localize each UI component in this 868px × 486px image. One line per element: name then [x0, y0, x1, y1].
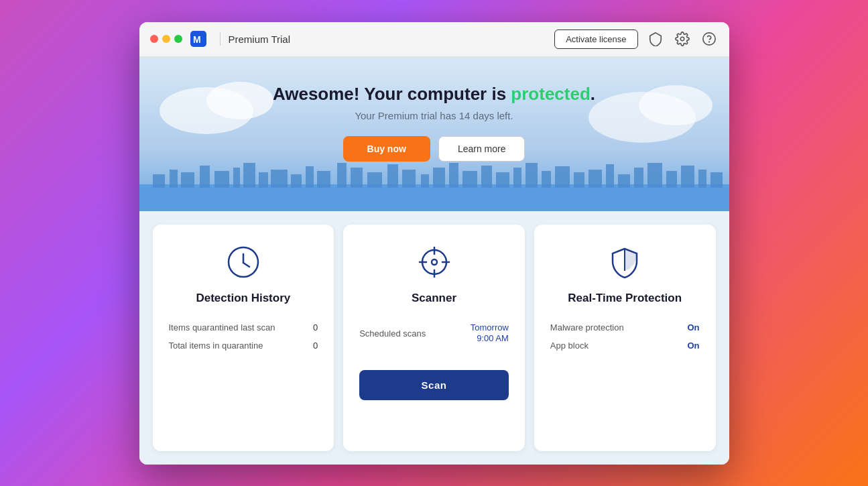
svg-rect-37 [555, 166, 570, 188]
svg-rect-44 [666, 171, 677, 188]
svg-rect-30 [449, 163, 458, 188]
svg-rect-34 [513, 168, 521, 188]
svg-rect-33 [496, 172, 509, 188]
svg-rect-28 [421, 174, 429, 188]
svg-rect-26 [387, 164, 398, 188]
svg-rect-40 [606, 164, 614, 188]
detection-history-title: Detection History [196, 292, 290, 305]
svg-rect-35 [525, 163, 538, 188]
settings-icon-button[interactable] [673, 29, 692, 48]
half-shield-icon [606, 243, 643, 281]
detection-history-card: Detection History Items quarantined last… [153, 225, 334, 451]
scanner-stats: Scheduled scans Tomorrow9:00 AM [359, 318, 509, 349]
realtime-title: Real-Time Protection [568, 292, 682, 305]
hero-subtitle: Your Premium trial has 14 days left. [153, 110, 716, 121]
svg-rect-16 [233, 168, 240, 188]
clock-icon [225, 243, 262, 281]
scanner-title: Scanner [412, 292, 456, 305]
svg-rect-23 [337, 163, 347, 188]
svg-text:M: M [193, 34, 201, 45]
hero-title-prefix: Awesome! Your computer is [273, 84, 511, 104]
svg-rect-36 [542, 171, 551, 188]
cards-section: Detection History Items quarantined last… [139, 211, 729, 465]
titlebar: M Premium Trial Activate license [139, 22, 729, 57]
stat-value: 0 [313, 341, 318, 351]
traffic-lights [150, 35, 182, 43]
stat-label: Total items in quarantine [169, 341, 263, 351]
svg-rect-29 [433, 168, 445, 188]
svg-rect-17 [243, 163, 255, 188]
hero-title: Awesome! Your computer is protected. [153, 84, 716, 105]
svg-rect-14 [200, 166, 210, 188]
scan-button[interactable]: Scan [359, 370, 509, 400]
stat-label: App block [550, 341, 588, 351]
learn-more-button[interactable]: Learn more [438, 136, 525, 162]
scanner-card: Scanner Scheduled scans Tomorrow9:00 AM … [343, 225, 525, 451]
svg-rect-20 [291, 174, 302, 188]
svg-rect-45 [681, 166, 694, 188]
svg-rect-22 [317, 171, 330, 188]
app-title: Premium Trial [229, 34, 291, 45]
svg-rect-38 [574, 172, 584, 188]
appblock-status: On [687, 341, 699, 351]
stat-row-quarantined-last: Items quarantined last scan 0 [169, 318, 318, 337]
svg-rect-32 [481, 166, 492, 188]
help-icon-button[interactable] [700, 29, 719, 48]
logo: M [190, 31, 206, 47]
realtime-protection-card: Real-Time Protection Malware protection … [534, 225, 716, 451]
svg-line-50 [243, 263, 249, 267]
svg-rect-25 [367, 172, 382, 188]
hero-buttons: Buy now Learn more [153, 136, 716, 162]
svg-rect-24 [351, 168, 363, 188]
svg-rect-43 [647, 163, 662, 188]
realtime-stats: Malware protection On App block On [550, 318, 700, 355]
svg-rect-15 [214, 171, 229, 188]
buy-now-button[interactable]: Buy now [343, 136, 430, 162]
svg-rect-27 [402, 170, 416, 188]
titlebar-actions: Activate license [554, 29, 718, 49]
svg-rect-13 [181, 172, 194, 188]
hero-protected-text: protected [511, 84, 590, 104]
svg-rect-41 [618, 174, 630, 188]
svg-point-52 [432, 259, 437, 265]
svg-rect-10 [139, 184, 729, 211]
maximize-button[interactable] [174, 35, 182, 43]
svg-rect-46 [698, 170, 706, 188]
stat-value: 0 [313, 322, 318, 332]
svg-rect-31 [462, 171, 477, 188]
svg-point-2 [680, 37, 684, 41]
stat-label: Scheduled scans [359, 328, 426, 339]
app-window: M Premium Trial Activate license [139, 22, 729, 465]
activate-license-button[interactable]: Activate license [554, 29, 637, 49]
hero-section: Awesome! Your computer is protected. You… [139, 57, 729, 211]
svg-rect-12 [170, 170, 178, 188]
svg-rect-19 [271, 170, 288, 188]
malware-status: On [687, 322, 699, 332]
title-divider [220, 32, 221, 46]
logo-icon: M [190, 31, 206, 47]
shield-icon-button[interactable] [646, 29, 665, 48]
stat-row-total-quarantine: Total items in quarantine 0 [169, 337, 318, 355]
stat-label: Items quarantined last scan [169, 322, 275, 332]
crosshair-icon [416, 243, 453, 281]
svg-rect-39 [588, 170, 602, 188]
stat-row-malware: Malware protection On [550, 318, 700, 337]
stat-row-scheduled: Scheduled scans Tomorrow9:00 AM [359, 318, 509, 349]
close-button[interactable] [150, 35, 158, 43]
svg-point-3 [702, 33, 715, 45]
svg-rect-42 [634, 168, 643, 188]
hero-title-suffix: . [591, 84, 595, 104]
detection-stats: Items quarantined last scan 0 Total item… [169, 318, 318, 355]
svg-rect-21 [306, 166, 314, 188]
svg-rect-47 [710, 172, 723, 188]
minimize-button[interactable] [162, 35, 170, 43]
stat-label: Malware protection [550, 322, 624, 332]
svg-rect-18 [259, 172, 268, 188]
stat-row-appblock: App block On [550, 337, 700, 355]
svg-rect-11 [153, 174, 165, 188]
scheduled-value: Tomorrow9:00 AM [471, 322, 509, 345]
